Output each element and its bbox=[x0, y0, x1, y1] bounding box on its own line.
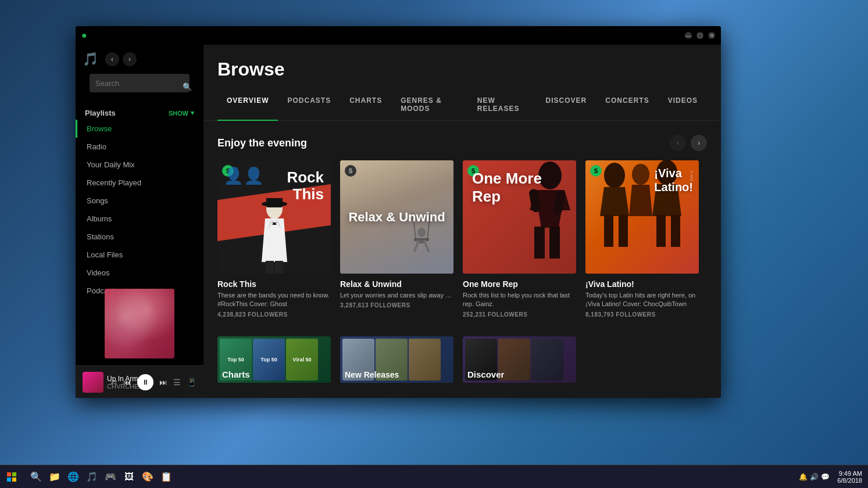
card-followers-viva: 8,183,793 FOLLOWERS bbox=[585, 311, 699, 318]
tray-volume-icon: 🔊 bbox=[810, 473, 819, 481]
svg-rect-18 bbox=[619, 215, 628, 247]
svg-rect-17 bbox=[604, 215, 613, 247]
tab-videos[interactable]: VIDEOS bbox=[659, 89, 707, 121]
system-tray: 🔔 🔊 💬 9:49 AM 6/8/2018 bbox=[799, 470, 868, 484]
start-button[interactable] bbox=[0, 465, 23, 489]
svg-rect-2 bbox=[266, 198, 283, 207]
svg-point-11 bbox=[538, 162, 562, 189]
taskbar-steam-icon[interactable]: 🎮 bbox=[103, 470, 117, 484]
section-prev-button[interactable]: ‹ bbox=[670, 135, 686, 151]
sidebar-item-recently-played[interactable]: Recently Played bbox=[76, 174, 203, 192]
bottom-card-discover[interactable]: Discover bbox=[463, 336, 576, 383]
bottom-card-charts[interactable]: Top 50 Top 50 Viral 50 Charts bbox=[217, 336, 331, 383]
card-relax-unwind[interactable]: S bbox=[340, 160, 453, 318]
section-title: Enjoy the evening bbox=[217, 137, 307, 149]
sidebar-item-videos[interactable]: Videos bbox=[76, 264, 203, 282]
featured-section: Enjoy the evening ‹ › S bbox=[203, 121, 721, 332]
tab-discover[interactable]: DISCOVER bbox=[537, 89, 596, 121]
new-releases-label: New Releases bbox=[345, 370, 399, 379]
svg-rect-20 bbox=[656, 215, 666, 247]
svg-point-16 bbox=[604, 163, 625, 188]
queue-button[interactable]: ☰ bbox=[173, 378, 181, 387]
featured-cards-grid: S RockThis bbox=[217, 160, 707, 332]
system-clock[interactable]: 9:49 AM 6/8/2018 bbox=[837, 470, 862, 484]
card-image-rep: S bbox=[463, 160, 576, 274]
tab-podcasts[interactable]: PODCASTS bbox=[278, 89, 340, 121]
tray-action-center-icon: 💬 bbox=[821, 473, 830, 481]
sidebar-item-stations[interactable]: Stations bbox=[76, 228, 203, 246]
card-viva-latino[interactable]: S bbox=[585, 160, 699, 318]
sidebar-item-browse[interactable]: Browse bbox=[76, 120, 203, 138]
taskbar-edge-icon[interactable]: 🌐 bbox=[66, 470, 80, 484]
rock-figure bbox=[251, 198, 298, 274]
pause-button[interactable]: ⏸ bbox=[137, 374, 153, 390]
svg-rect-24 bbox=[12, 472, 16, 476]
card-desc-rep: Rock this list to help you rock that las… bbox=[463, 291, 576, 309]
taskbar-app3-icon[interactable]: 📋 bbox=[159, 470, 173, 484]
card-one-more-rep[interactable]: S bbox=[463, 160, 576, 318]
svg-line-10 bbox=[424, 241, 428, 251]
search-input[interactable] bbox=[90, 74, 190, 92]
bottom-category-previews: Top 50 Top 50 Viral 50 Charts New Releas… bbox=[203, 332, 721, 383]
card-followers-rock-this: 4,238,823 FOLLOWERS bbox=[217, 311, 331, 318]
tab-overview[interactable]: OVERVIEW bbox=[217, 89, 278, 121]
back-arrow-button[interactable]: ‹ bbox=[105, 52, 119, 66]
bottom-card-new-releases[interactable]: New Releases bbox=[340, 336, 453, 383]
minimize-button[interactable]: — bbox=[685, 32, 692, 39]
close-button[interactable]: ✕ bbox=[708, 32, 715, 39]
taskbar-spotify-icon[interactable]: 🎵 bbox=[85, 470, 99, 484]
svg-point-22 bbox=[632, 164, 649, 185]
shuffle-button[interactable]: ⇄ bbox=[110, 378, 117, 387]
section-next-button[interactable]: › bbox=[691, 135, 707, 151]
card-image-relax: S bbox=[340, 160, 453, 274]
sidebar: 🎵 ‹ › 🔍 Playlists SHOW ▾ bbox=[76, 45, 203, 398]
tab-charts[interactable]: CHARTS bbox=[340, 89, 391, 121]
sidebar-item-your-daily-mix[interactable]: Your Daily Mix bbox=[76, 156, 203, 174]
device-button[interactable]: 📱 bbox=[187, 378, 197, 387]
svg-rect-12 bbox=[534, 227, 545, 259]
svg-rect-4 bbox=[275, 261, 283, 274]
sidebar-item-songs[interactable]: Songs bbox=[76, 192, 203, 210]
card-desc-relax: Let your worries and cares slip away … bbox=[340, 291, 453, 300]
sidebar-item-local-files[interactable]: Local Files bbox=[76, 246, 203, 264]
previous-button[interactable]: ⏮ bbox=[123, 378, 131, 387]
card-image-rock-this: S RockThis bbox=[217, 160, 331, 274]
viva-visual: ¡VivaLatino! ¡ bbox=[585, 160, 699, 274]
spotify-logo-icon: ● bbox=[81, 30, 87, 41]
show-playlists-button[interactable]: SHOW ▾ bbox=[169, 109, 194, 117]
taskbar-search-icon[interactable]: 🔍 bbox=[29, 470, 43, 484]
taskbar: 🔍 📁 🌐 🎵 🎮 🖼 🎨 📋 🔔 🔊 💬 9:49 AM 6/8/2018 bbox=[0, 465, 868, 488]
svg-rect-13 bbox=[549, 227, 560, 259]
taskbar-file-explorer-icon[interactable]: 📁 bbox=[48, 470, 62, 484]
svg-line-9 bbox=[415, 241, 419, 251]
current-time: 9:49 AM bbox=[837, 470, 862, 477]
current-date: 6/8/2018 bbox=[837, 477, 862, 484]
svg-rect-3 bbox=[266, 261, 274, 274]
svg-rect-26 bbox=[12, 478, 16, 482]
maximize-button[interactable]: □ bbox=[696, 32, 703, 39]
tab-new-releases[interactable]: NEW RELEASES bbox=[468, 89, 537, 121]
forward-arrow-button[interactable]: › bbox=[123, 52, 137, 66]
browse-tabs: OVERVIEW PODCASTS CHARTS GENRES & MOODS … bbox=[203, 89, 721, 121]
browse-header: Browse bbox=[203, 45, 721, 89]
taskbar-app2-icon[interactable]: 🎨 bbox=[141, 470, 155, 484]
title-bar: ● — □ ✕ bbox=[76, 26, 721, 45]
card-title-rep: One More Rep bbox=[463, 279, 576, 289]
discover-label: Discover bbox=[467, 369, 504, 379]
spotify-brand-logo: 🎵 bbox=[83, 52, 98, 67]
main-content[interactable]: Browse OVERVIEW PODCASTS CHARTS GENRES &… bbox=[203, 45, 721, 398]
tab-concerts[interactable]: CONCERTS bbox=[596, 89, 658, 121]
chevron-down-icon: ▾ bbox=[191, 109, 194, 117]
sidebar-item-albums[interactable]: Albums bbox=[76, 210, 203, 228]
taskbar-app1-icon[interactable]: 🖼 bbox=[122, 470, 136, 484]
rock-this-visual: RockThis bbox=[217, 160, 331, 274]
svg-rect-21 bbox=[671, 215, 680, 247]
tab-genres-moods[interactable]: GENRES & MOODS bbox=[391, 89, 468, 121]
sidebar-item-radio[interactable]: Radio bbox=[76, 138, 203, 156]
window-controls: — □ ✕ bbox=[685, 32, 715, 39]
next-button[interactable]: ⏭ bbox=[159, 378, 167, 387]
charts-label: Charts bbox=[222, 369, 250, 379]
card-rock-this[interactable]: S RockThis bbox=[217, 160, 331, 318]
card-desc-viva: Today's top Latin hits are right here, o… bbox=[585, 291, 699, 309]
spotify-badge-relax: S bbox=[345, 165, 356, 177]
